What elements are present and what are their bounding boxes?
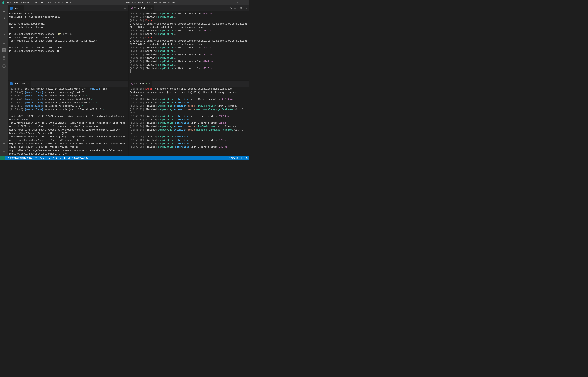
tab-code-oss[interactable]: Code - OSS × bbox=[8, 81, 31, 87]
status-debug[interactable]: ▷ bbox=[58, 156, 63, 160]
close-icon[interactable]: × bbox=[148, 82, 151, 85]
tab-label: Core - Build bbox=[134, 7, 146, 10]
menu-help[interactable]: Help bbox=[65, 0, 72, 5]
check-icon: ✓ bbox=[147, 7, 149, 10]
svg-rect-4 bbox=[3, 41, 5, 43]
activity-github[interactable] bbox=[0, 62, 8, 70]
svg-point-16 bbox=[131, 8, 132, 9]
tabbar-oss: Code - OSS × ⋯ bbox=[8, 81, 128, 87]
maximize-button[interactable]: ❐ bbox=[235, 1, 239, 4]
plus-icon[interactable]: ＋⌄ bbox=[234, 7, 238, 10]
status-problems[interactable]: ⓧ0 ⚠0 bbox=[38, 156, 51, 160]
split-icon[interactable]: ⧉ bbox=[230, 7, 232, 10]
branch-icon: ⎇ bbox=[6, 156, 9, 159]
menu-selection[interactable]: Selection bbox=[20, 0, 31, 5]
gear-icon bbox=[130, 82, 133, 85]
activity-extensions[interactable] bbox=[0, 46, 8, 54]
window-title: Core - Build - vscode - Visual Studio Co… bbox=[72, 1, 228, 4]
tab-pwsh[interactable]: pwsh × bbox=[8, 5, 24, 11]
svg-point-11 bbox=[3, 75, 3, 76]
close-button[interactable]: ✕ bbox=[242, 1, 246, 4]
pr-icon: ⇅ bbox=[64, 156, 66, 159]
tabbar-ext: Ext - Build ✓ × ⋯ bbox=[129, 81, 249, 87]
svg-rect-6 bbox=[4, 49, 5, 50]
activity-explorer[interactable] bbox=[0, 6, 8, 14]
gear-icon bbox=[130, 7, 133, 10]
menu-terminal[interactable]: Terminal bbox=[53, 0, 64, 5]
activity-terminal[interactable] bbox=[0, 78, 8, 86]
minimize-button[interactable]: ─ bbox=[228, 1, 232, 4]
window-controls: ─ ❐ ✕ bbox=[228, 1, 248, 4]
status-branch[interactable]: ⎇merogge/terminal-editor bbox=[5, 156, 34, 160]
svg-point-13 bbox=[3, 142, 5, 143]
status-ports[interactable]: ᯤ2 bbox=[51, 156, 58, 160]
svg-point-0 bbox=[3, 17, 5, 19]
menu-view[interactable]: View bbox=[32, 0, 39, 5]
terminal-pwsh[interactable]: PowerShell 7.1.3 Copyright (c) Microsoft… bbox=[8, 11, 128, 81]
activity-search[interactable] bbox=[0, 14, 8, 22]
menu-run[interactable]: Run bbox=[46, 0, 53, 5]
svg-point-3 bbox=[5, 26, 5, 26]
debug-icon: ▷ bbox=[59, 156, 61, 159]
tab-core-build[interactable]: Core - Build ✓ × bbox=[129, 5, 154, 11]
activity-run[interactable] bbox=[0, 30, 8, 38]
activity-settings[interactable] bbox=[0, 147, 8, 155]
activity-bottom bbox=[0, 139, 8, 155]
remote-button[interactable]: ⤡ bbox=[0, 156, 5, 160]
svg-rect-7 bbox=[2, 50, 4, 52]
activity-testing[interactable] bbox=[0, 54, 8, 62]
close-icon[interactable]: × bbox=[20, 7, 22, 10]
status-reviewing[interactable]: Reviewing bbox=[226, 156, 239, 160]
titlebar: File Edit Selection View Go Run Terminal… bbox=[0, 0, 249, 5]
svg-point-18 bbox=[131, 83, 132, 84]
svg-point-10 bbox=[3, 73, 3, 73]
radio-icon: ᯤ bbox=[53, 156, 55, 159]
main-area: pwsh × ⋯ PowerShell 7.1.3 Copyright (c) … bbox=[0, 5, 249, 156]
layout-icon[interactable]: ◫ bbox=[240, 7, 243, 10]
check-icon: ✓ bbox=[146, 82, 147, 85]
statusbar: ⤡ ⎇merogge/terminal-editor ↻ ⓧ0 ⚠0 ᯤ2 ▷ … bbox=[0, 156, 249, 160]
pane-code-oss: Code - OSS × ⋯ [11:55:40] You can manage… bbox=[8, 81, 128, 156]
svg-rect-8 bbox=[4, 50, 5, 52]
pane-pwsh: pwsh × ⋯ PowerShell 7.1.3 Copyright (c) … bbox=[8, 5, 128, 81]
tab-ext-build[interactable]: Ext - Build ✓ × bbox=[129, 81, 153, 87]
menu-go[interactable]: Go bbox=[40, 0, 45, 5]
menu-file[interactable]: File bbox=[6, 0, 12, 5]
status-feedback[interactable]: ☺ bbox=[239, 156, 244, 160]
branch-name: merogge/terminal-editor bbox=[10, 156, 33, 159]
pane-core-build: Core - Build ✓ × ⧉ ＋⌄ ◫ ⋯ [09:04:31] Fin… bbox=[128, 5, 249, 81]
terminal-code-oss[interactable]: [11:55:40] You can manage built-in exten… bbox=[8, 87, 128, 156]
more-icon[interactable]: ⋯ bbox=[124, 82, 127, 85]
remote-icon: ⤡ bbox=[1, 156, 3, 159]
sync-icon: ↻ bbox=[35, 156, 37, 159]
terminal-ext-build[interactable]: [13:46:10] Error: C:/Users/merogge/repos… bbox=[129, 87, 249, 156]
activity-remote-explorer[interactable] bbox=[0, 38, 8, 46]
tab-label: Code - OSS bbox=[14, 82, 26, 85]
tab-label: pwsh bbox=[14, 7, 19, 10]
svg-point-1 bbox=[3, 25, 3, 26]
feedback-icon: ☺ bbox=[240, 156, 243, 159]
activitybar bbox=[0, 5, 8, 156]
vscode-logo-icon bbox=[1, 1, 4, 4]
close-icon[interactable]: × bbox=[150, 7, 152, 10]
tabbar-core: Core - Build ✓ × ⧉ ＋⌄ ◫ ⋯ bbox=[129, 5, 249, 11]
activity-pull-requests[interactable] bbox=[0, 70, 8, 78]
svg-point-9 bbox=[2, 65, 6, 68]
error-icon: ⓧ bbox=[40, 156, 42, 159]
activity-scm[interactable] bbox=[0, 22, 8, 30]
terminal-core-build[interactable]: [09:04:31] Finished compilation with 1 e… bbox=[129, 11, 249, 81]
pane-ext-build: Ext - Build ✓ × ⋯ [13:46:10] Error: C:/U… bbox=[128, 81, 249, 156]
svg-rect-5 bbox=[2, 49, 4, 50]
powershell-icon bbox=[10, 82, 12, 85]
status-pr[interactable]: ⇅Pull Request #127889 bbox=[63, 156, 89, 160]
status-bell[interactable]: 🔔︎ bbox=[244, 156, 249, 160]
menu-edit[interactable]: Edit bbox=[12, 0, 19, 5]
editor-grid: pwsh × ⋯ PowerShell 7.1.3 Copyright (c) … bbox=[8, 5, 249, 156]
status-sync[interactable]: ↻ bbox=[34, 156, 38, 160]
close-icon[interactable]: × bbox=[27, 82, 29, 85]
more-icon[interactable]: ⋯ bbox=[124, 7, 127, 10]
more-icon[interactable]: ⋯ bbox=[244, 82, 247, 85]
more-icon[interactable]: ⋯ bbox=[244, 7, 247, 10]
activity-accounts[interactable] bbox=[0, 139, 8, 147]
bell-icon: 🔔︎ bbox=[245, 156, 248, 159]
